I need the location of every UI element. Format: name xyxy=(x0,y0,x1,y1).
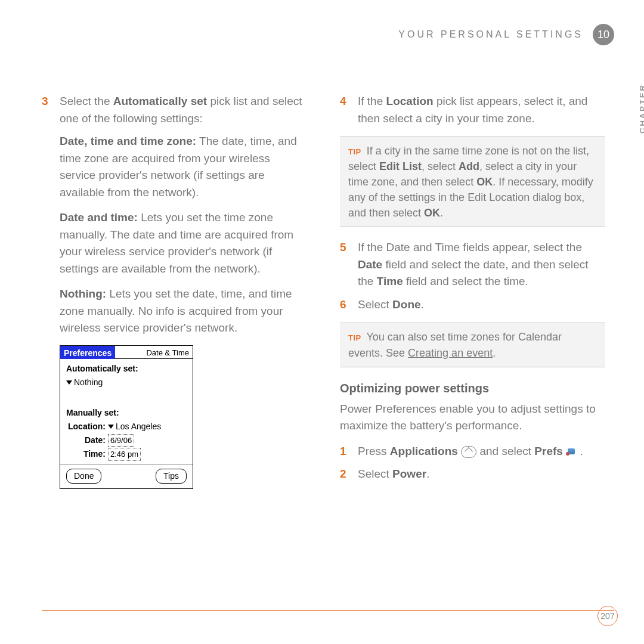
tips-button: Tips xyxy=(156,469,187,484)
chapter-number-badge: 10 xyxy=(593,24,614,45)
auto-set-label: Automatically set: xyxy=(66,363,187,375)
chapter-side-label: CHAPTER xyxy=(638,83,644,134)
prefs-tab: Preferences xyxy=(60,346,115,359)
power-step-2-num: 2 xyxy=(340,466,358,483)
step-number-3: 3 xyxy=(42,93,60,127)
step-number-5: 5 xyxy=(340,239,358,290)
step-4-body: If the Location pick list appears, selec… xyxy=(358,93,605,127)
subsection-heading: Optimizing power settings xyxy=(340,379,605,397)
power-step-1-num: 1 xyxy=(340,443,358,460)
auto-set-value: Nothing xyxy=(66,376,187,389)
prefs-icon xyxy=(566,447,577,457)
power-para: Power Preferences enable you to adjust s… xyxy=(340,401,605,435)
manual-set-label: Manually set: xyxy=(66,407,187,419)
tip-label: TIP xyxy=(348,147,361,156)
time-label: Time: xyxy=(66,448,108,461)
date-label: Date: xyxy=(66,434,108,447)
power-step-1-body: Press Applications and select Prefs . xyxy=(358,443,605,460)
date-value: 6/9/06 xyxy=(108,434,134,447)
tip-box-2: TIP You can also set time zones for Cale… xyxy=(340,323,605,367)
chevron-down-icon xyxy=(108,425,114,429)
option-date-time: Date and time: Lets you set the time zon… xyxy=(60,209,307,277)
option-nothing: Nothing: Lets you set the date, time, an… xyxy=(60,286,307,337)
chevron-down-icon xyxy=(66,380,72,385)
right-column: 4 If the Location pick list appears, sel… xyxy=(340,93,605,489)
done-button: Done xyxy=(66,469,101,484)
section-title: YOUR PERSONAL SETTINGS xyxy=(398,29,583,40)
tip-label: TIP xyxy=(348,333,361,342)
location-value: Los Angeles xyxy=(108,420,161,433)
power-step-2-body: Select Power. xyxy=(358,466,605,483)
step-5-body: If the Date and Time fields appear, sele… xyxy=(358,239,605,290)
footer-rule xyxy=(42,610,614,611)
creating-event-link[interactable]: Creating an event xyxy=(408,347,493,359)
step-6-body: Select Done. xyxy=(358,296,605,314)
location-label: Location: xyxy=(66,420,108,433)
step-3-body: Select the Automatically set pick list a… xyxy=(60,93,307,127)
left-column: 3 Select the Automatically set pick list… xyxy=(42,93,307,489)
page-number: 207 xyxy=(597,606,618,626)
tip-box-1: TIP If a city in the same time zone is n… xyxy=(340,137,605,227)
applications-icon xyxy=(461,446,476,458)
option-date-time-zone: Date, time and time zone: The date, time… xyxy=(60,133,307,201)
step-number-6: 6 xyxy=(340,296,358,314)
prefs-screen-title: Date & Time xyxy=(115,346,193,359)
step-number-4: 4 xyxy=(340,93,358,127)
preferences-screenshot: Preferences Date & Time Automatically se… xyxy=(60,345,193,489)
time-value: 2:46 pm xyxy=(108,448,141,461)
